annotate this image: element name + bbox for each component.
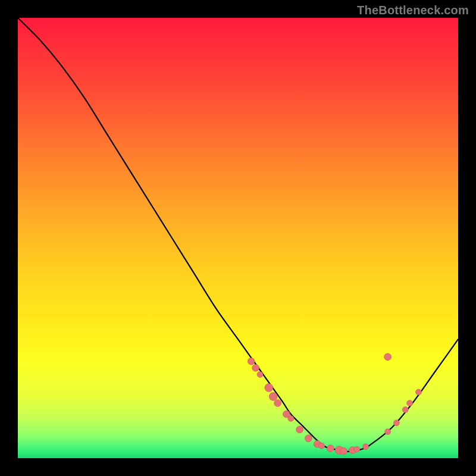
data-marker xyxy=(393,420,399,426)
data-marker xyxy=(269,392,277,400)
data-marker xyxy=(340,447,347,455)
data-marker xyxy=(415,389,421,395)
bottleneck-curve xyxy=(18,18,458,452)
data-marker xyxy=(402,407,408,413)
data-marker xyxy=(265,384,273,392)
data-marker xyxy=(248,358,255,365)
curve-layer xyxy=(18,18,458,458)
data-marker xyxy=(407,400,413,406)
data-marker xyxy=(252,364,259,371)
data-marker xyxy=(384,353,392,361)
data-marker xyxy=(274,400,281,407)
data-marker xyxy=(296,426,303,433)
watermark-text: TheBottleneck.com xyxy=(357,4,469,17)
data-marker xyxy=(288,415,294,421)
data-marker xyxy=(305,435,312,442)
data-marker xyxy=(363,444,369,450)
chart-stage: TheBottleneck.com xyxy=(0,0,476,476)
plot-area xyxy=(18,18,458,458)
data-marker xyxy=(354,446,360,452)
data-marker xyxy=(327,445,334,452)
data-marker xyxy=(257,371,263,377)
marker-layer xyxy=(248,353,421,455)
data-marker xyxy=(385,429,391,435)
data-marker xyxy=(319,443,325,449)
